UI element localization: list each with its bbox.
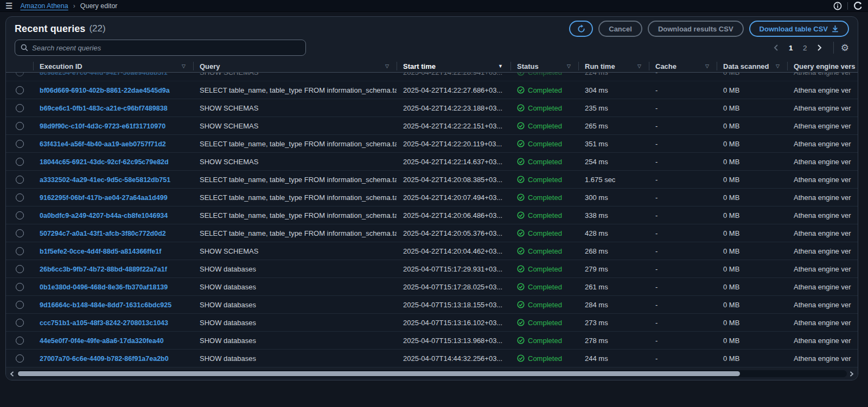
table-row: bf06d669-6910-402b-8861-22dae4545d9a SEL… [6, 81, 858, 99]
scrollbar-track[interactable] [17, 370, 847, 377]
page-2-button[interactable]: 2 [799, 44, 811, 52]
execution-id-link[interactable]: ccc751b1-a105-48f3-8242-2708013c1043 [40, 319, 168, 327]
breadcrumb-amazon-athena[interactable]: Amazon Athena [20, 2, 68, 10]
page-1-button[interactable]: 1 [785, 44, 797, 52]
execution-id-link[interactable]: bf06d669-6910-402b-8861-22dae4545d9a [40, 87, 170, 94]
row-radio-button[interactable] [16, 283, 24, 291]
engine-version-cell: Athena engine ver [787, 176, 858, 184]
row-radio-button[interactable] [16, 122, 24, 130]
previous-page-icon[interactable] [770, 41, 783, 54]
row-radio-button[interactable] [16, 354, 24, 363]
column-header-data-scanned[interactable]: Data scanned▽ [717, 60, 787, 72]
scroll-left-icon[interactable] [9, 371, 15, 377]
execution-id-link[interactable]: 18044c65-6921-43dc-92cf-62c95c79e82d [40, 158, 169, 166]
row-radio-button[interactable] [16, 211, 24, 219]
refresh-button[interactable] [569, 21, 593, 37]
row-radio-button[interactable] [16, 158, 24, 166]
status-success-icon [517, 247, 525, 255]
row-radio-button[interactable] [16, 140, 24, 148]
row-radio-button[interactable] [16, 247, 24, 255]
row-radio-button[interactable] [16, 229, 24, 237]
breadcrumb-chevron-icon: › [73, 2, 75, 10]
status-cell: Completed [510, 247, 578, 255]
scrollbar-thumb[interactable] [18, 371, 740, 376]
column-header-status[interactable]: Status▽ [510, 60, 578, 72]
horizontal-scrollbar [6, 367, 858, 380]
column-header-query[interactable]: Query▽ [193, 60, 397, 72]
column-header-run-time[interactable]: Run time▽ [578, 60, 649, 72]
start-time-cell: 2025-04-07T15:13:16.102+03... [397, 319, 510, 327]
query-cell: SHOW SCHEMAS [193, 73, 397, 76]
download-results-csv-button[interactable]: Download results CSV [648, 21, 744, 37]
status-label: Completed [528, 301, 562, 309]
execution-id-link[interactable]: b69ce6c1-0fb1-483c-a21e-c96bf7489838 [40, 105, 168, 112]
row-radio-button[interactable] [16, 73, 24, 76]
data-scanned-cell: 0 MB [717, 73, 787, 76]
row-radio-button[interactable] [16, 86, 24, 94]
query-cell: SELECT table_name, table_type FROM infor… [193, 211, 397, 219]
table-row: 0b1e380d-0496-468d-8e36-fb370af18139 SHO… [6, 278, 858, 296]
scroll-right-icon[interactable] [849, 371, 854, 377]
download-icon [832, 25, 839, 33]
engine-version-cell: Athena engine ver [787, 265, 858, 273]
query-cell: SHOW SCHEMAS [193, 158, 397, 166]
column-header-execution-id[interactable]: Execution ID▽ [33, 60, 193, 72]
run-time-cell: 273 ms [578, 319, 649, 327]
execution-id-link[interactable]: 9162295f-06bf-417b-ae04-27a64aa1d499 [40, 194, 168, 202]
execution-id-link[interactable]: 63f431e4-a56f-4b40-aa19-aeb0757f71d2 [40, 140, 166, 148]
execution-id-link[interactable]: 507294c7-a0a1-43f1-afcb-3f80c772d0d2 [40, 230, 166, 237]
download-table-csv-button[interactable]: Download table CSV [749, 21, 849, 37]
execution-id-link[interactable]: 8c98e254-e7c6-44fd-9427-50ae94d8b5f1 [40, 73, 168, 76]
status-label: Completed [528, 140, 562, 148]
data-scanned-cell: 0 MB [717, 158, 787, 166]
column-header-cache[interactable]: Cache▽ [649, 60, 717, 72]
row-radio-button[interactable] [16, 104, 24, 112]
table-preferences-gear-icon[interactable]: ⚙ [841, 43, 849, 53]
start-time-cell: 2025-04-07T14:44:32.256+03... [397, 354, 510, 363]
filter-dropdown-icon[interactable]: ▽ [770, 63, 780, 69]
status-success-icon [517, 193, 525, 201]
filter-dropdown-icon[interactable]: ▽ [700, 63, 709, 69]
execution-id-link[interactable]: 9d16664c-b148-484e-8dd7-1631c6bdc925 [40, 301, 171, 309]
execution-id-link[interactable]: 27007a70-6c6e-4409-b782-86f91a7ea2b0 [40, 355, 169, 363]
status-label: Completed [528, 193, 562, 202]
status-cell: Completed [510, 122, 578, 130]
column-header-query-engine-vers[interactable]: Query engine vers [787, 60, 858, 72]
filter-dropdown-icon[interactable]: ▽ [176, 63, 186, 69]
engine-version-cell: Athena engine ver [787, 86, 858, 94]
column-header-start-time[interactable]: Start time▼ [397, 60, 510, 72]
execution-id-link[interactable]: 0a0bdfc9-a249-4207-b44a-cb8fe1046934 [40, 212, 168, 219]
row-radio-button[interactable] [16, 319, 24, 327]
filter-dropdown-icon[interactable]: ▽ [380, 63, 389, 69]
cache-cell: - [649, 354, 717, 363]
execution-id-link[interactable]: 26b6cc3b-9fb7-4b72-88bd-4889f22a7a1f [40, 266, 167, 273]
execution-id-link[interactable]: a3332502-4a29-41ec-9d5c-58e5812db751 [40, 176, 170, 184]
row-radio-button[interactable] [16, 337, 24, 345]
run-time-cell: 279 ms [578, 265, 649, 273]
next-page-icon[interactable] [813, 41, 826, 54]
query-cell: SHOW databases [193, 283, 397, 291]
execution-id-link[interactable]: 0b1e380d-0496-468d-8e36-fb370af18139 [40, 283, 168, 291]
column-label: Run time [585, 62, 615, 70]
table-body: 8c98e254-e7c6-44fd-9427-50ae94d8b5f1 SHO… [6, 73, 858, 367]
hamburger-menu-icon[interactable]: ☰ [5, 2, 12, 10]
execution-id-link[interactable]: 44e5e0f7-0f4e-49fe-a8a6-17da320fea40 [40, 337, 164, 345]
info-icon[interactable] [833, 1, 842, 10]
start-time-cell: 2025-04-22T14:20:08.385+03... [397, 176, 510, 184]
row-radio-button[interactable] [16, 301, 24, 309]
filter-dropdown-icon[interactable]: ▽ [561, 63, 571, 69]
circular-arrow-icon[interactable] [853, 1, 863, 10]
sort-descending-icon[interactable]: ▼ [493, 63, 503, 69]
status-label: Completed [528, 337, 562, 345]
cancel-button[interactable]: Cancel [598, 21, 642, 37]
row-radio-button[interactable] [16, 265, 24, 273]
row-radio-button[interactable] [16, 193, 24, 202]
row-radio-button[interactable] [16, 176, 24, 184]
execution-id-link[interactable]: b1f5efe2-0cce-4d4f-88d5-a814366ffe1f [40, 248, 161, 255]
search-input[interactable] [32, 44, 300, 52]
execution-id-link[interactable]: 98d9f90c-c10f-4d3c-9723-e61f31710970 [40, 122, 165, 130]
filter-dropdown-icon[interactable]: ▽ [632, 63, 641, 69]
status-label: Completed [528, 354, 562, 363]
search-icon [21, 44, 28, 51]
engine-version-cell: Athena engine ver [787, 283, 858, 291]
